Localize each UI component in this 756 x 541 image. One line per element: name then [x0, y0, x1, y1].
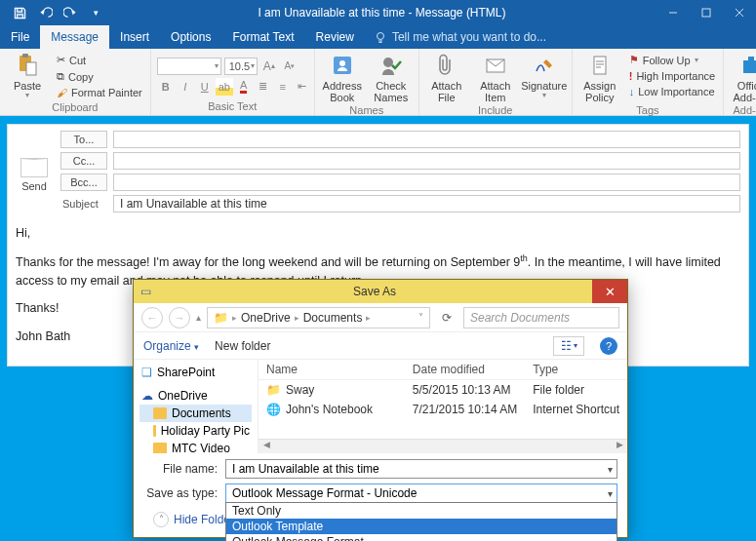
tree-onedrive[interactable]: ☁OneDrive: [139, 387, 252, 405]
svg-point-6: [339, 60, 345, 66]
history-dropdown-icon[interactable]: ˅: [418, 312, 423, 323]
office-addins-button[interactable]: Office Add-ins: [730, 53, 756, 103]
send-label: Send: [21, 180, 47, 192]
format-painter-label: Format Painter: [71, 87, 142, 98]
group-include: Attach File Attach Item Signature ▾ Incl…: [419, 49, 573, 115]
check-names-button[interactable]: Check Names: [370, 53, 413, 103]
title-bar: ▾ I am Unavailable at this time - Messag…: [0, 0, 756, 25]
cc-button[interactable]: Cc...: [60, 152, 107, 170]
assign-policy-button[interactable]: Assign Policy: [578, 53, 621, 103]
tree-mtc[interactable]: MTC Video: [139, 440, 252, 453]
group-addins-label: Add-ins: [730, 103, 756, 119]
to-button[interactable]: To...: [60, 131, 107, 148]
close-button[interactable]: ✕: [592, 280, 627, 303]
type-option[interactable]: Outlook Message Format: [226, 534, 617, 541]
save-icon[interactable]: [8, 2, 31, 23]
tab-options[interactable]: Options: [160, 25, 221, 49]
save-as-title: Save As: [157, 285, 592, 298]
tab-insert[interactable]: Insert: [109, 25, 160, 49]
address-book-button[interactable]: Address Book: [321, 53, 364, 103]
qat-customize-icon[interactable]: ▾: [84, 2, 107, 23]
indent-icon[interactable]: ⇤: [294, 78, 311, 96]
to-field[interactable]: [113, 131, 740, 148]
group-basic-text-label: Basic Text: [157, 99, 308, 115]
horizontal-scrollbar[interactable]: ◀▶: [259, 439, 627, 453]
bullets-icon[interactable]: ≣: [255, 78, 272, 96]
subject-field[interactable]: [113, 195, 740, 213]
shrink-font-icon[interactable]: A▾: [281, 58, 298, 75]
crumb-0[interactable]: OneDrive: [241, 311, 291, 325]
tab-review[interactable]: Review: [305, 25, 365, 49]
col-type[interactable]: Type: [525, 360, 627, 380]
crumb-1[interactable]: Documents: [303, 311, 363, 325]
ribbon: Paste ▾ ✂Cut ⧉Copy 🖌Format Painter Clipb…: [0, 49, 756, 115]
help-button[interactable]: ?: [600, 337, 617, 355]
svg-rect-4: [26, 62, 36, 75]
format-painter-button[interactable]: 🖌Format Painter: [55, 86, 144, 99]
forward-button[interactable]: →: [169, 307, 190, 328]
minimize-icon[interactable]: [657, 0, 690, 25]
low-importance-button[interactable]: ↓Low Importance: [627, 85, 717, 98]
bcc-button[interactable]: Bcc...: [60, 174, 107, 191]
font-combo[interactable]: [157, 58, 221, 75]
back-button[interactable]: ←: [141, 307, 163, 328]
svg-point-1: [377, 33, 383, 40]
underline-icon[interactable]: U: [196, 78, 214, 96]
type-option[interactable]: Outlook Template: [226, 519, 617, 534]
save-type-dropdown[interactable]: Text Only Outlook Template Outlook Messa…: [225, 502, 617, 541]
signature-button[interactable]: Signature ▾: [523, 53, 566, 100]
organize-button[interactable]: Organize ▾: [143, 339, 199, 353]
new-folder-button[interactable]: New folder: [215, 339, 270, 353]
type-option[interactable]: Text Only: [226, 503, 617, 519]
undo-icon[interactable]: [33, 2, 57, 23]
breadcrumb[interactable]: 📁 ▸ OneDrive ▸ Documents ▸ ˅: [207, 307, 430, 328]
numbering-icon[interactable]: ≡: [274, 78, 292, 96]
maximize-icon[interactable]: [690, 0, 723, 25]
bold-icon[interactable]: B: [157, 78, 175, 96]
tree-holiday[interactable]: Holiday Party Pic: [139, 422, 252, 440]
tree-sharepoint[interactable]: ❑SharePoint: [139, 364, 252, 381]
attach-item-label: Attach Item: [480, 80, 510, 103]
col-name[interactable]: Name: [259, 360, 405, 380]
font-color-icon[interactable]: A: [235, 78, 253, 96]
view-button[interactable]: ☷▾: [553, 336, 584, 356]
nav-tree[interactable]: ❑SharePoint ☁OneDrive Documents Holiday …: [134, 360, 259, 453]
send-button[interactable]: Send: [16, 131, 53, 213]
search-field[interactable]: Search Documents: [463, 307, 619, 328]
cc-field[interactable]: [113, 152, 740, 170]
refresh-button[interactable]: ⟳: [436, 311, 458, 325]
cut-button[interactable]: ✂Cut: [55, 53, 144, 67]
subject-label: Subject: [60, 198, 107, 210]
col-date[interactable]: Date modified: [405, 360, 525, 380]
font-size-combo[interactable]: 10.5: [224, 58, 258, 75]
high-importance-label: High Importance: [636, 70, 715, 82]
attach-item-button[interactable]: Attach Item: [474, 53, 517, 103]
italic-icon[interactable]: I: [177, 78, 194, 96]
grow-font-icon[interactable]: A▴: [260, 58, 278, 75]
table-row[interactable]: 🌐John's Notebook 7/21/2015 10:14 AM Inte…: [259, 400, 627, 419]
tab-format-text[interactable]: Format Text: [221, 25, 304, 49]
up-button[interactable]: ▴: [196, 312, 201, 323]
save-type-combo[interactable]: Outlook Message Format - Unicode: [225, 483, 617, 503]
bcc-field[interactable]: [113, 174, 740, 191]
redo-icon[interactable]: [59, 2, 82, 23]
svg-rect-11: [748, 57, 754, 62]
group-include-label: Include: [425, 103, 566, 119]
group-names: Address Book Check Names Names: [315, 49, 419, 115]
copy-button[interactable]: ⧉Copy: [55, 69, 144, 84]
group-basic-text: 10.5 A▴ A▾ B I U ab A ≣ ≡ ⇤ Basic Text: [151, 49, 315, 115]
tab-file[interactable]: File: [0, 25, 40, 49]
tell-me[interactable]: Tell me what you want to do...: [365, 25, 546, 49]
close-icon[interactable]: [723, 0, 756, 25]
attach-file-button[interactable]: Attach File: [425, 53, 468, 103]
highlight-icon[interactable]: ab: [216, 78, 233, 96]
body-greeting: Hi,: [16, 224, 740, 243]
file-list[interactable]: Name Date modified Type 📁Sway 5/5/2015 1…: [259, 360, 627, 453]
tab-message[interactable]: Message: [40, 25, 109, 49]
follow-up-button[interactable]: ⚑Follow Up▾: [627, 53, 717, 67]
paste-button[interactable]: Paste ▾: [6, 53, 49, 100]
table-row[interactable]: 📁Sway 5/5/2015 10:13 AM File folder: [259, 380, 627, 401]
high-importance-button[interactable]: !High Importance: [627, 69, 717, 83]
file-name-field[interactable]: I am Unavailable at this time: [225, 459, 617, 479]
tree-documents[interactable]: Documents: [139, 405, 252, 422]
